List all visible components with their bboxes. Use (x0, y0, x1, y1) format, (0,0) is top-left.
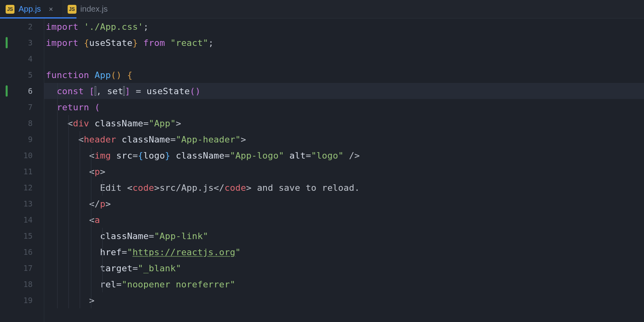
line-number: 6 (0, 83, 44, 99)
close-icon[interactable]: × (47, 6, 55, 13)
code-line[interactable]: <img src={logo} className="App-logo" alt… (44, 147, 644, 163)
tab-app-js[interactable]: JS App.js × (0, 0, 62, 18)
line-number: 12 (0, 180, 44, 196)
code-line[interactable]: <header className="App-header"> (44, 131, 644, 147)
line-number: 17 (0, 260, 44, 276)
code-line[interactable]: className="App-link" (44, 228, 644, 244)
line-number-gutter: 2345678910111213141516171819 (0, 19, 44, 322)
code-line[interactable]: > (44, 292, 644, 308)
code-editor[interactable]: 2345678910111213141516171819 import './A… (0, 19, 644, 322)
code-line[interactable]: Edit <code>src/App.js</code> and save to… (44, 180, 644, 196)
js-file-icon: JS (6, 5, 14, 14)
code-line[interactable]: import './App.css'; (44, 19, 644, 35)
code-line[interactable]: </p> (44, 196, 644, 212)
code-line[interactable]: href="https://reactjs.org" (44, 244, 644, 260)
line-number: 10 (0, 147, 44, 163)
code-line[interactable]: target="_blank" (44, 260, 644, 276)
tab-index-js[interactable]: JS index.js (62, 0, 115, 18)
code-line[interactable]: return ( (44, 99, 644, 115)
tab-bar: JS App.js × JS index.js (0, 0, 644, 19)
code-line[interactable]: import {useState} from "react"; (44, 35, 644, 51)
line-number: 11 (0, 163, 44, 180)
tab-label: App.js (19, 4, 41, 14)
code-area[interactable]: import './App.css';import {useState} fro… (44, 19, 644, 322)
line-number: 2 (0, 19, 44, 35)
line-number: 18 (0, 276, 44, 292)
code-line[interactable]: <a (44, 212, 644, 228)
line-number: 9 (0, 131, 44, 147)
line-number: 7 (0, 99, 44, 115)
line-number: 14 (0, 212, 44, 228)
line-number: 8 (0, 115, 44, 131)
line-number: 4 (0, 51, 44, 67)
js-file-icon: JS (68, 5, 76, 14)
code-line[interactable]: <p> (44, 163, 644, 180)
tab-label: index.js (80, 4, 108, 14)
line-number: 16 (0, 244, 44, 260)
line-number: 15 (0, 228, 44, 244)
line-number: 13 (0, 196, 44, 212)
code-line[interactable] (44, 51, 644, 67)
code-line[interactable]: <div className="App"> (44, 115, 644, 131)
code-line[interactable]: function App() { (44, 67, 644, 83)
code-line[interactable]: const [, set] = useState() (44, 83, 644, 99)
code-line[interactable]: rel="noopener noreferrer" (44, 276, 644, 292)
line-number: 19 (0, 292, 44, 308)
line-number: 5 (0, 67, 44, 83)
line-number: 3 (0, 35, 44, 51)
